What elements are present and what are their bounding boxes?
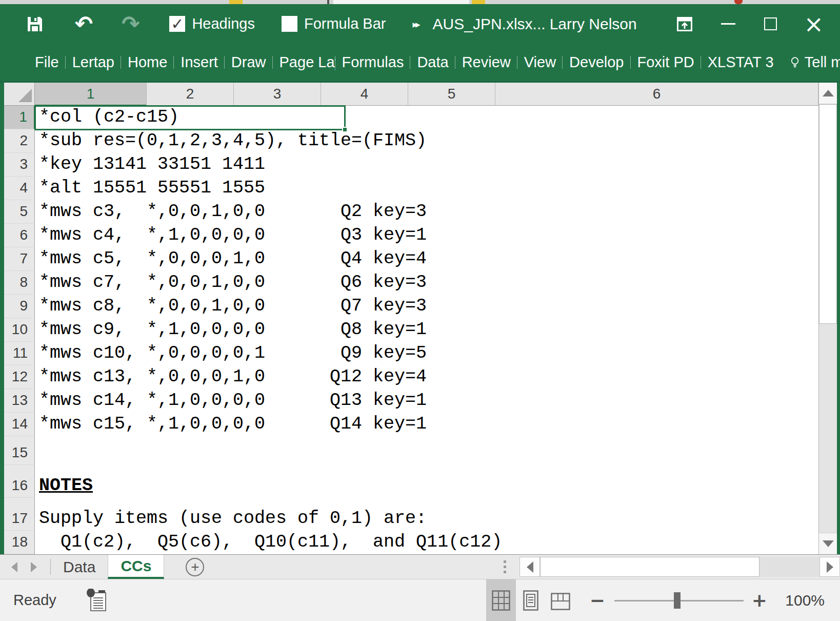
row-header[interactable]: 18 (4, 531, 35, 554)
cell[interactable]: *alt 15551 55551 1555 (35, 177, 818, 200)
view-page-layout-button[interactable] (516, 579, 546, 621)
ribbon-tab[interactable]: Page Lay (273, 49, 335, 76)
qat-overflow-icon[interactable]: ▸▸ (412, 18, 418, 30)
redo-icon[interactable]: ↷ (122, 13, 139, 35)
horizontal-scrollbar-thumb[interactable] (540, 557, 759, 577)
sheet-nav-next-icon[interactable] (31, 562, 37, 572)
ribbon-tab[interactable]: Draw (225, 49, 273, 76)
ribbon-tab[interactable]: Insert (174, 49, 225, 76)
ribbon-tab[interactable]: View (517, 49, 563, 76)
cell[interactable] (35, 436, 818, 465)
cell[interactable]: *mws c8, *,0,0,1,0,0 Q7 key=3 (35, 295, 818, 318)
row-header[interactable]: 7 (4, 247, 35, 271)
cell[interactable]: *key 13141 33151 1411 (35, 153, 818, 177)
sheet-tab[interactable]: Data (51, 555, 108, 579)
cell[interactable]: *mws c9, *,1,0,0,0,0 Q8 key=1 (35, 318, 818, 342)
cell[interactable]: *mws c4, *,1,0,0,0,0 Q3 key=1 (35, 224, 818, 247)
close-button[interactable]: × (804, 12, 824, 36)
scroll-right-button[interactable] (819, 557, 840, 577)
ribbon-tab[interactable]: Data (410, 49, 455, 76)
new-sheet-button[interactable]: + (186, 558, 204, 576)
zoom-out-button[interactable]: − (590, 590, 605, 611)
cell[interactable]: Q1(c2), Q5(c6), Q10(c11), and Q11(c12) (35, 531, 818, 554)
row-header[interactable]: 16 (4, 465, 35, 498)
cell[interactable]: *mws c10, *,0,0,0,0,1 Q9 key=5 (35, 342, 818, 365)
worksheet-area: 1 2 3 4 5 6 (0, 81, 840, 554)
formula-bar-checkbox[interactable] (282, 16, 297, 32)
ribbon-tab[interactable]: XLSTAT 3 (701, 49, 781, 76)
horizontal-scrollbar[interactable] (519, 557, 840, 577)
row-header[interactable]: 10 (4, 318, 35, 342)
row-header[interactable]: 8 (4, 271, 35, 295)
horizontal-scrollbar-track[interactable] (759, 557, 819, 577)
ribbon-tab[interactable]: File (28, 49, 66, 76)
ribbon-tab[interactable]: Lertap (66, 49, 121, 76)
column-header[interactable]: 4 (321, 83, 408, 106)
cell[interactable]: NOTES (35, 465, 818, 498)
cell[interactable]: *col (c2-c15) (35, 106, 818, 129)
tab-splitter-handle[interactable] (504, 560, 506, 573)
column-header[interactable]: 6 (495, 83, 818, 106)
ribbon-tab[interactable]: Formulas (335, 49, 411, 76)
view-normal-button[interactable] (486, 579, 516, 621)
row-header[interactable]: 9 (4, 295, 35, 318)
zoom-level[interactable]: 100% (781, 592, 825, 609)
view-page-break-button[interactable] (546, 579, 575, 621)
cell[interactable]: *mws c3, *,0,0,1,0,0 Q2 key=3 (35, 200, 818, 224)
row-header[interactable]: 11 (4, 342, 35, 365)
save-icon[interactable] (27, 16, 43, 32)
ribbon-display-options-icon[interactable] (677, 17, 692, 31)
cell[interactable]: *mws c13, *,0,0,0,1,0 Q12 key=4 (35, 365, 818, 389)
macro-record-icon[interactable] (86, 589, 108, 612)
scroll-up-button[interactable] (819, 83, 837, 104)
cell[interactable]: Supply items (use codes of 0,1) are: (35, 498, 818, 531)
row-header[interactable]: 5 (4, 200, 35, 224)
scroll-down-button[interactable] (819, 533, 837, 554)
vertical-scrollbar-thumb[interactable] (819, 104, 837, 324)
user-account-name[interactable]: Larry Nelson (550, 15, 637, 33)
undo-icon[interactable]: ↶ (75, 13, 93, 35)
sheet-tab[interactable]: CCs (108, 555, 164, 579)
row-header[interactable]: 15 (4, 436, 35, 465)
ribbon-tab[interactable]: Develop (563, 49, 630, 76)
row-header[interactable]: 13 (4, 389, 35, 413)
row-header[interactable]: 6 (4, 224, 35, 247)
row-header[interactable]: 3 (4, 153, 35, 177)
cell[interactable]: *mws c5, *,0,0,0,1,0 Q4 key=4 (35, 247, 818, 271)
headings-label[interactable]: Headings (192, 15, 255, 32)
tab-tell-me[interactable]: Tell me w (784, 49, 840, 76)
minimize-button[interactable] (721, 23, 735, 25)
headings-checkbox[interactable]: ✓ (169, 16, 185, 32)
cell[interactable]: *mws c14, *,1,0,0,0,0 Q13 key=1 (35, 389, 818, 413)
zoom-in-button[interactable]: + (752, 590, 767, 611)
zoom-slider-thumb[interactable] (674, 592, 681, 609)
row-header[interactable]: 17 (4, 498, 35, 531)
ribbon-tab[interactable]: Home (121, 49, 174, 76)
status-bar: Ready (0, 579, 840, 621)
column-header[interactable]: 2 (147, 83, 234, 106)
row-header[interactable]: 12 (4, 365, 35, 389)
ribbon-tab[interactable]: Review (455, 49, 517, 76)
sheet-nav-previous-icon[interactable] (11, 562, 17, 572)
cell[interactable]: *mws c15, *,1,0,0,0,0 Q14 key=1 (35, 413, 818, 436)
sheet-row: 14 *mws c15, *,1,0,0,0,0 Q14 key=1 (4, 413, 818, 436)
formula-bar-label[interactable]: Formula Bar (304, 15, 386, 32)
column-header[interactable]: 5 (408, 83, 495, 106)
cell[interactable]: *sub res=(0,1,2,3,4,5), title=(FIMS) (35, 129, 818, 153)
row-header[interactable]: 1 (4, 106, 35, 129)
column-header[interactable]: 3 (234, 83, 321, 106)
zoom-slider[interactable] (614, 591, 744, 610)
select-all-button[interactable] (4, 83, 35, 106)
sheet-row: 11 *mws c10, *,0,0,0,0,1 Q9 key=5 (4, 342, 818, 365)
row-header[interactable]: 4 (4, 177, 35, 200)
row-header[interactable]: 2 (4, 129, 35, 153)
scroll-left-button[interactable] (519, 557, 540, 577)
arrow-right-icon (827, 561, 833, 573)
column-header[interactable]: 1 (35, 83, 147, 106)
maximize-button[interactable] (764, 17, 777, 30)
row-header[interactable]: 14 (4, 413, 35, 436)
lightbulb-icon (790, 54, 799, 71)
cell[interactable]: *mws c7, *,0,0,1,0,0 Q6 key=3 (35, 271, 818, 295)
vertical-scrollbar[interactable] (818, 83, 837, 554)
ribbon-tab[interactable]: Foxit PD (631, 49, 701, 76)
